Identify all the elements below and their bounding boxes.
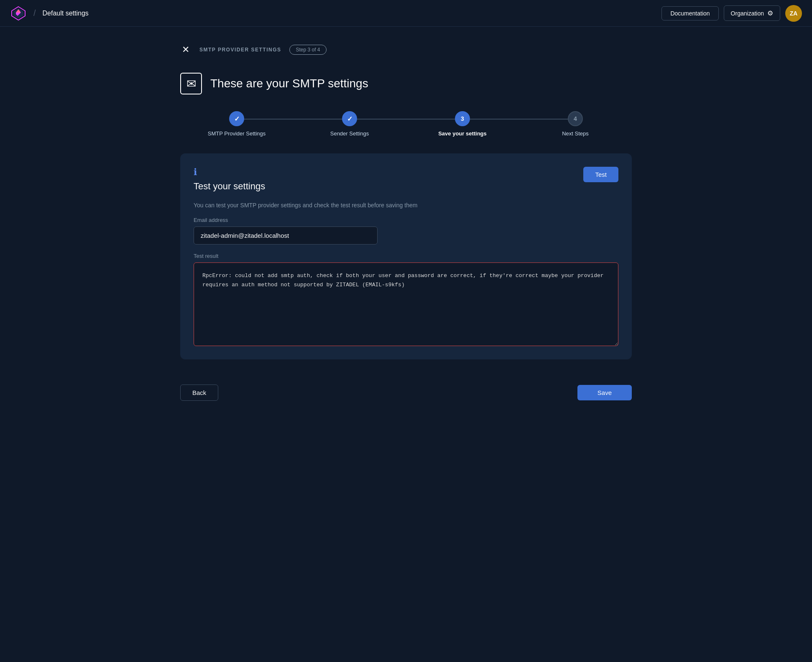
card-description: You can test your SMTP provider settings… <box>194 202 618 209</box>
card-title: Test your settings <box>194 181 265 192</box>
envelope-icon: ✉ <box>180 73 202 94</box>
avatar[interactable]: ZA <box>785 5 802 22</box>
result-label: Test result <box>194 253 618 259</box>
logo-area: / Default settings <box>10 5 89 22</box>
header-actions: Documentation Organization ⚙ ZA <box>661 5 802 22</box>
back-button[interactable]: Back <box>180 384 218 401</box>
header-separator: / <box>33 8 36 18</box>
wizard-section-title: SMTP PROVIDER SETTINGS <box>199 47 281 53</box>
check-icon-2: ✓ <box>347 115 352 123</box>
organization-button[interactable]: Organization ⚙ <box>724 5 780 21</box>
save-button[interactable]: Save <box>577 385 632 400</box>
step-label-4: Next Steps <box>562 130 589 137</box>
email-field-label: Email address <box>194 217 618 223</box>
page-heading: ✉ These are your SMTP settings <box>180 73 632 94</box>
step-number-4: 4 <box>574 115 577 122</box>
step-item-2: ✓ Sender Settings <box>293 111 406 137</box>
close-button[interactable]: ✕ <box>180 43 191 56</box>
test-result-area: RpcError: could not add smtp auth, check… <box>194 262 618 346</box>
header-title: Default settings <box>43 10 89 17</box>
gear-icon: ⚙ <box>767 9 773 17</box>
wizard-header: ✕ SMTP PROVIDER SETTINGS Step 3 of 4 <box>180 43 632 56</box>
test-button[interactable]: Test <box>583 167 618 182</box>
page-heading-text: These are your SMTP settings <box>210 77 368 90</box>
header: / Default settings Documentation Organiz… <box>0 0 812 27</box>
documentation-button[interactable]: Documentation <box>661 6 718 20</box>
step-circle-1: ✓ <box>229 111 244 126</box>
step-number-3: 3 <box>461 115 464 122</box>
check-icon-1: ✓ <box>234 115 240 123</box>
test-settings-card: ℹ Test your settings Test You can test y… <box>180 153 632 359</box>
step-item-4: 4 Next Steps <box>519 111 632 137</box>
main-content: ✕ SMTP PROVIDER SETTINGS Step 3 of 4 ✉ T… <box>155 27 657 662</box>
step-item-3: 3 Save your settings <box>406 111 519 137</box>
step-label-1: SMTP Provider Settings <box>208 130 266 137</box>
step-label-2: Sender Settings <box>330 130 369 137</box>
card-header: ℹ Test your settings Test <box>194 167 618 192</box>
info-icon: ℹ <box>194 167 265 178</box>
card-header-left: ℹ Test your settings <box>194 167 265 192</box>
email-input[interactable] <box>194 227 378 244</box>
step-circle-3: 3 <box>455 111 470 126</box>
stepper: ✓ SMTP Provider Settings ✓ Sender Settin… <box>180 111 632 137</box>
step-label-3: Save your settings <box>438 130 487 137</box>
zitadel-logo <box>10 5 27 22</box>
organization-label: Organization <box>731 10 764 17</box>
step-badge: Step 3 of 4 <box>289 45 326 55</box>
bottom-actions: Back Save <box>180 376 632 409</box>
step-circle-4: 4 <box>568 111 583 126</box>
step-circle-2: ✓ <box>342 111 357 126</box>
step-item-1: ✓ SMTP Provider Settings <box>180 111 293 137</box>
